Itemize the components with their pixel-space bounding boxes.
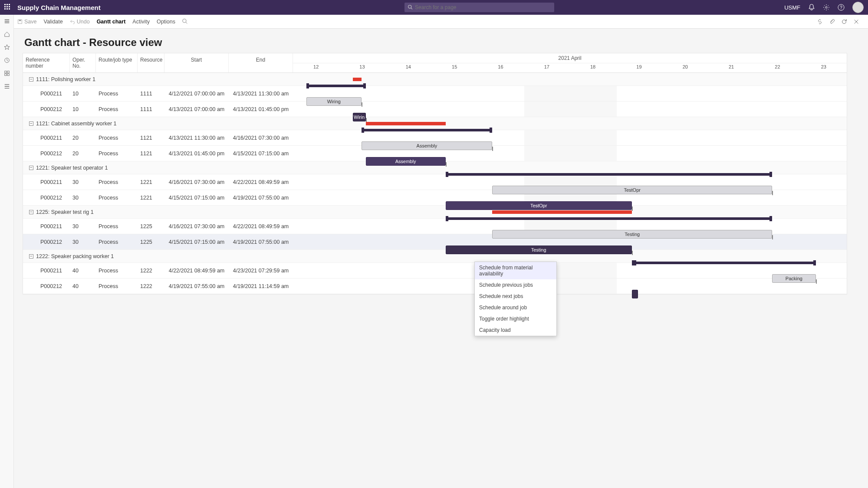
gear-icon[interactable] bbox=[823, 4, 830, 11]
gantt-bar[interactable]: Wiring bbox=[306, 97, 361, 106]
job-row[interactable]: P00021120Process11214/13/2021 11:30:00 a… bbox=[23, 130, 847, 146]
cell-op: 40 bbox=[70, 268, 96, 274]
tab-options[interactable]: Options bbox=[157, 19, 175, 25]
hamburger-icon[interactable] bbox=[4, 18, 10, 24]
bar-link-handle[interactable] bbox=[446, 162, 447, 167]
undo-button[interactable]: Undo bbox=[70, 19, 90, 25]
summary-bar bbox=[632, 262, 636, 263]
overload-segment bbox=[366, 122, 446, 125]
gantt-bar[interactable]: Assembly bbox=[366, 157, 446, 166]
attach-icon[interactable] bbox=[829, 19, 835, 25]
gantt-bar[interactable]: TestOpr bbox=[446, 201, 632, 210]
col-end[interactable]: End bbox=[229, 53, 293, 72]
bar-link-handle[interactable] bbox=[772, 191, 773, 195]
global-search-input[interactable] bbox=[415, 4, 551, 10]
cell-op: 30 bbox=[70, 195, 96, 201]
collapse-icon[interactable]: − bbox=[29, 77, 33, 82]
context-menu-item[interactable]: Schedule previous jobs bbox=[475, 279, 556, 291]
summary-bar bbox=[446, 173, 772, 176]
cell-end: 4/19/2021 07:55:00 am bbox=[229, 239, 293, 245]
star-icon[interactable] bbox=[4, 44, 10, 50]
company-code[interactable]: USMF bbox=[784, 4, 800, 11]
cell-start: 4/16/2021 07:30:00 am bbox=[164, 223, 229, 229]
context-menu-item[interactable]: Schedule next jobs bbox=[475, 291, 556, 302]
help-icon[interactable]: ? bbox=[838, 4, 845, 11]
resource-group-row[interactable]: −1222: Speaker packing worker 1 bbox=[23, 250, 847, 263]
cell-type: Process bbox=[96, 106, 138, 112]
cell-op: 30 bbox=[70, 179, 96, 185]
page-title: Gantt chart - Resource view bbox=[24, 36, 859, 49]
bar-link-handle[interactable] bbox=[816, 279, 817, 284]
timeline-day: 14 bbox=[385, 63, 431, 70]
home-icon[interactable] bbox=[4, 31, 10, 37]
cell-op: 10 bbox=[70, 91, 96, 97]
svg-rect-9 bbox=[7, 74, 9, 75]
bar-link-handle[interactable] bbox=[772, 235, 773, 239]
action-search-icon[interactable] bbox=[182, 19, 188, 24]
global-search[interactable] bbox=[404, 3, 554, 12]
svg-rect-8 bbox=[4, 74, 6, 75]
gantt-bar[interactable]: TestOpr bbox=[492, 186, 772, 194]
gantt-bar[interactable]: Wirin bbox=[353, 113, 366, 121]
collapse-icon[interactable]: − bbox=[29, 166, 33, 170]
group-label: 1222: Speaker packing worker 1 bbox=[36, 253, 114, 259]
job-row[interactable]: P00021130Process12254/16/2021 07:30:00 a… bbox=[23, 219, 847, 234]
col-job-type[interactable]: Route/job type bbox=[96, 53, 138, 72]
col-reference[interactable]: Reference number bbox=[23, 53, 70, 72]
job-row[interactable]: P00021210Process11114/13/2021 07:00:00 a… bbox=[23, 102, 847, 117]
cell-type: Process bbox=[96, 151, 138, 157]
resource-group-row[interactable]: −1225: Speaker test rig 1 bbox=[23, 206, 847, 219]
timeline-day: 18 bbox=[570, 63, 616, 70]
gantt-bar[interactable]: Assembly bbox=[362, 141, 493, 150]
validate-button[interactable]: Validate bbox=[44, 19, 63, 25]
tab-activity[interactable]: Activity bbox=[132, 19, 150, 25]
gantt-context-menu[interactable]: Schedule from material availabilitySched… bbox=[474, 262, 557, 336]
gantt-bar[interactable] bbox=[632, 290, 638, 298]
summary-bar bbox=[632, 262, 816, 264]
context-menu-item[interactable]: Schedule around job bbox=[475, 302, 556, 313]
timeline-day: 23 bbox=[801, 63, 847, 70]
bar-link-handle[interactable] bbox=[362, 102, 362, 107]
refresh-icon[interactable] bbox=[841, 19, 847, 25]
col-start[interactable]: Start bbox=[164, 53, 229, 72]
resource-group-row[interactable]: −1111: Polishing worker 1 bbox=[23, 73, 847, 86]
col-resource[interactable]: Resource bbox=[138, 53, 164, 72]
cell-res: 1221 bbox=[138, 195, 164, 201]
link-icon[interactable] bbox=[817, 19, 823, 25]
context-menu-item[interactable]: Capacity load bbox=[475, 324, 556, 336]
user-avatar[interactable] bbox=[852, 2, 864, 13]
group-label: 1221: Speaker test operator 1 bbox=[36, 165, 108, 171]
resource-group-row[interactable]: −1121: Cabinet assembly worker 1 bbox=[23, 117, 847, 130]
cell-end: 4/23/2021 07:29:59 am bbox=[229, 268, 293, 274]
svg-point-12 bbox=[183, 19, 186, 23]
context-menu-item[interactable]: Toggle order highlight bbox=[475, 313, 556, 324]
gantt-bar[interactable]: Packing bbox=[772, 274, 816, 283]
tab-gantt-chart[interactable]: Gantt chart bbox=[97, 19, 126, 25]
collapse-icon[interactable]: − bbox=[29, 121, 33, 126]
close-icon[interactable] bbox=[853, 19, 859, 25]
context-menu-item[interactable]: Schedule from material availability bbox=[475, 262, 556, 279]
overload-segment bbox=[492, 210, 631, 214]
job-row[interactable]: P00021240Process12224/19/2021 07:55:00 a… bbox=[23, 278, 847, 294]
cell-res: 1222 bbox=[138, 268, 164, 274]
cell-res: 1111 bbox=[138, 106, 164, 112]
gantt-bar[interactable]: Testing bbox=[446, 246, 632, 254]
job-row[interactable]: P00021110Process11114/12/2021 07:00:00 a… bbox=[23, 86, 847, 102]
cell-ref: P000212 bbox=[23, 151, 70, 157]
recent-icon[interactable] bbox=[4, 57, 10, 63]
workspace-icon[interactable] bbox=[4, 70, 10, 76]
bar-link-handle[interactable] bbox=[632, 251, 633, 255]
cell-start: 4/16/2021 07:30:00 am bbox=[164, 179, 229, 185]
collapse-icon[interactable]: − bbox=[29, 210, 33, 214]
col-oper-no[interactable]: Oper. No. bbox=[70, 53, 96, 72]
job-row[interactable]: P00021140Process12224/22/2021 08:49:59 a… bbox=[23, 263, 847, 278]
bar-link-handle[interactable] bbox=[632, 206, 633, 211]
gantt-bar[interactable]: Testing bbox=[492, 230, 772, 239]
collapse-icon[interactable]: − bbox=[29, 254, 33, 259]
save-button[interactable]: Save bbox=[17, 19, 37, 25]
job-row[interactable]: P00021130Process12214/16/2021 07:30:00 a… bbox=[23, 174, 847, 190]
app-launcher-icon[interactable] bbox=[4, 4, 11, 11]
bar-link-handle[interactable] bbox=[492, 147, 493, 151]
modules-icon[interactable] bbox=[4, 83, 10, 89]
bell-icon[interactable] bbox=[808, 4, 815, 11]
